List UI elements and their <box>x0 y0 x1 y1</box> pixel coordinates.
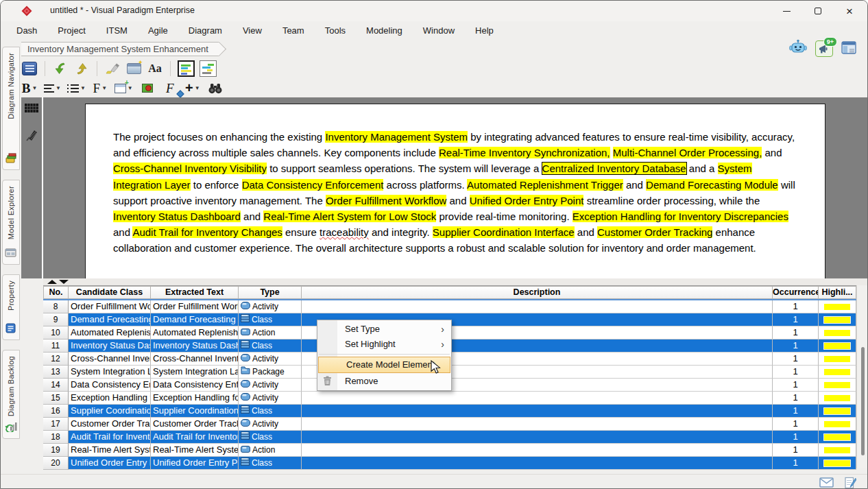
table-row[interactable]: 18Audit Trail for Inventory ChangesAudit… <box>43 431 856 444</box>
column-header-candidateclass[interactable]: Candidate Class <box>69 286 151 299</box>
table-button[interactable]: ▼ <box>114 80 133 97</box>
list-button[interactable]: ▼ <box>67 80 86 97</box>
column-header-occurrence[interactable]: Occurrence <box>773 286 819 299</box>
collapse-up-icon[interactable] <box>47 280 57 284</box>
table-row[interactable]: 8Order Fulfillment WorkflowOrder Fulfill… <box>43 300 856 313</box>
menu-item-view[interactable]: View <box>232 23 272 38</box>
column-header-highli[interactable]: Highli... <box>819 286 856 299</box>
column-header-extractedtext[interactable]: Extracted Text <box>151 286 239 299</box>
bold-button[interactable]: B▼ <box>21 80 38 97</box>
document-text: ensure <box>282 226 320 238</box>
cell-row-number: 14 <box>43 379 69 392</box>
highlighted-term: Demand Forecasting Module <box>646 179 778 191</box>
table-row[interactable]: 19Real-Time Alert System for Low StockRe… <box>43 444 856 457</box>
assistant-bot-icon[interactable] <box>789 39 807 58</box>
diagram-view-2-icon[interactable] <box>200 60 217 77</box>
maximize-button[interactable] <box>802 1 834 21</box>
new-window-icon[interactable] <box>125 60 142 77</box>
document-page[interactable]: The project focuses on enhancing the exi… <box>85 104 825 278</box>
compose-note-icon[interactable] <box>845 476 856 489</box>
collapse-down-icon[interactable] <box>59 280 69 284</box>
menu-item-modeling[interactable]: Modeling <box>356 23 413 38</box>
table-row[interactable]: 17Customer Order TrackingCustomer Order … <box>43 418 856 431</box>
cell-row-number: 9 <box>43 313 69 326</box>
table-row[interactable]: 20Unified Order Entry PointUnified Order… <box>43 457 856 470</box>
color-grid-icon[interactable] <box>139 80 156 97</box>
context-menu-item-remove[interactable]: Remove <box>317 374 451 389</box>
cell-occurrence: 1 <box>773 366 819 379</box>
highlight-color-swatch <box>824 356 850 362</box>
diagram-backlog-icon <box>5 421 17 435</box>
cell-candidate-class: Demand Forecasting Module <box>69 313 151 326</box>
table-scrollbar[interactable] <box>856 285 868 468</box>
cell-row-number: 11 <box>43 339 69 353</box>
cell-row-number: 19 <box>43 444 69 457</box>
menu-item-itsm[interactable]: ITSM <box>96 23 138 38</box>
menu-item-window[interactable]: Window <box>413 23 465 38</box>
type-label: Class <box>252 457 272 469</box>
type-label: Activity <box>252 300 278 313</box>
diagram-tab[interactable]: Inventory Management System Enhancement <box>20 42 219 56</box>
import-icon[interactable] <box>52 60 69 77</box>
panel-layout-icon[interactable] <box>841 41 856 57</box>
cell-row-number: 10 <box>43 326 69 339</box>
highlight-color-swatch <box>824 304 850 310</box>
messages-envelope-icon[interactable] <box>819 477 834 489</box>
announcements-icon[interactable]: 9+ <box>815 40 833 57</box>
sweeper-brush-icon[interactable] <box>25 126 38 145</box>
sidebar-tab-diagram-navigator[interactable]: Diagram Navigator <box>2 47 20 170</box>
highlighted-term: Automated Replenishment Trigger <box>467 179 623 191</box>
grid-icon[interactable] <box>24 103 39 116</box>
menu-item-team[interactable]: Team <box>272 23 315 38</box>
diagram-view-1-icon[interactable] <box>178 60 195 77</box>
menu-item-dash[interactable]: Dash <box>6 23 47 38</box>
cell-highlight <box>819 353 856 366</box>
trash-icon <box>323 376 332 391</box>
document-text: to support seamless operations. The syst… <box>267 163 542 174</box>
pane-splitter[interactable] <box>43 278 868 285</box>
cell-type: Class <box>239 339 302 353</box>
table-row[interactable]: 15Exception Handling for Inventory Discr… <box>43 392 856 405</box>
table-row[interactable]: 16Supplier Coordination InterfaceSupplie… <box>43 405 856 418</box>
menu-item-agile[interactable]: Agile <box>138 23 178 38</box>
class-type-icon <box>241 339 250 352</box>
context-menu-item-set-highlight[interactable]: Set Highlight› <box>317 337 451 352</box>
cell-candidate-class: Customer Order Tracking <box>69 418 151 431</box>
format-copier-icon[interactable]: F <box>162 80 178 97</box>
sidebar-tab-diagram-backlog[interactable]: Diagram Backlog <box>2 350 20 439</box>
cell-type: Activity <box>239 392 302 405</box>
align-button[interactable]: ▼ <box>44 80 61 97</box>
cell-type: Package <box>239 366 302 379</box>
sidebar-tab-model-explorer[interactable]: Model Explorer <box>2 180 20 265</box>
cell-candidate-class: Automated Replenishment Trigger <box>69 326 151 339</box>
font-button[interactable]: F▼ <box>92 80 108 97</box>
minimize-button[interactable] <box>771 1 802 21</box>
find-binoculars-icon[interactable] <box>207 80 224 97</box>
context-menu-item-set-type[interactable]: Set Type› <box>317 322 451 337</box>
scrollbar-thumb[interactable] <box>861 347 865 455</box>
menu-item-project[interactable]: Project <box>47 23 95 38</box>
highlighter-icon[interactable] <box>104 60 121 77</box>
column-header-no[interactable]: No. <box>43 286 69 299</box>
column-header-description[interactable]: Description <box>302 286 773 299</box>
menu-item-tools[interactable]: Tools <box>315 23 356 38</box>
highlight-color-swatch <box>824 382 850 388</box>
add-button[interactable]: +▼ <box>184 80 201 97</box>
menu-item-help[interactable]: Help <box>465 23 504 38</box>
cell-description <box>302 457 773 470</box>
toolbar-primary: Aa <box>21 58 217 79</box>
export-icon[interactable] <box>73 60 90 77</box>
highlighted-term: Centralized Inventory Database <box>542 163 686 174</box>
font-sample-icon[interactable]: Aa <box>147 60 163 77</box>
sidebar-tab-property[interactable]: Property <box>2 274 20 340</box>
document-text: and <box>241 211 263 222</box>
column-header-type[interactable]: Type <box>239 286 302 299</box>
app-logo-icon <box>21 5 32 16</box>
sidebar-tab-label: Model Explorer <box>7 186 15 239</box>
menu-item-diagram[interactable]: Diagram <box>178 23 232 38</box>
close-button[interactable]: × <box>834 1 865 21</box>
textual-analysis-document-icon[interactable] <box>21 60 38 77</box>
titlebar: untitled * - Visual Paradigm Enterprise … <box>1 1 867 21</box>
type-label: Action <box>252 444 275 456</box>
cell-occurrence: 1 <box>773 392 819 405</box>
